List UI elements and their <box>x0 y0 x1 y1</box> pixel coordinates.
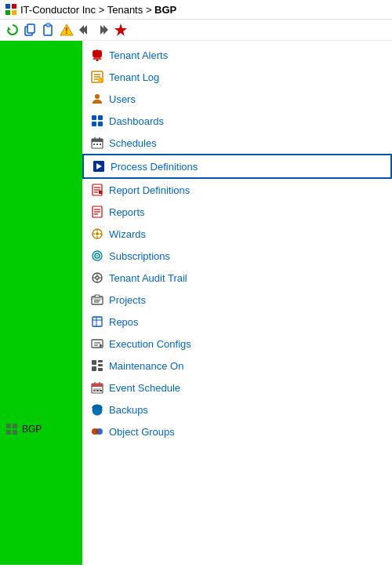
svg-point-63 <box>96 255 98 257</box>
svg-rect-32 <box>98 115 103 120</box>
svg-rect-50 <box>99 191 102 194</box>
nav-item-tenant-audit-trail[interactable]: Tenant Audit Trail <box>82 267 392 289</box>
svg-point-98 <box>96 428 99 435</box>
svg-rect-0 <box>5 4 10 9</box>
svg-point-60 <box>96 232 99 235</box>
nav-item-dashboards[interactable]: Dashboards <box>82 110 392 132</box>
breadcrumb: IT-Conductor Inc > Tenants > BGP <box>20 4 176 16</box>
svg-rect-74 <box>95 295 100 297</box>
refresh-icon[interactable] <box>5 22 20 38</box>
back-icon[interactable] <box>77 22 93 38</box>
nav-label-users: Users <box>109 93 136 105</box>
dashboard-icon <box>90 114 104 128</box>
maintenance-icon <box>90 359 104 373</box>
svg-rect-18 <box>6 430 11 435</box>
nav-label-process-definitions: Process Definitions <box>111 161 198 173</box>
warning-icon[interactable]: ! <box>59 22 74 38</box>
nav-label-execution-configs: Execution Configs <box>109 338 191 350</box>
nav-label-subscriptions: Subscriptions <box>109 250 170 262</box>
svg-rect-94 <box>100 390 102 391</box>
svg-rect-39 <box>93 144 95 145</box>
reports-icon <box>90 205 104 219</box>
nav-item-projects[interactable]: Projects <box>82 289 392 311</box>
nav-item-process-definitions[interactable]: Process Definitions <box>82 154 392 179</box>
nav-item-schedules[interactable]: Schedules <box>82 132 392 154</box>
svg-rect-33 <box>92 122 96 126</box>
copy-icon[interactable] <box>23 22 38 38</box>
repos-icon <box>90 315 104 329</box>
nav-item-reports[interactable]: Reports <box>82 201 392 223</box>
nav-item-tenant-alerts[interactable]: Tenant Alerts <box>82 44 392 66</box>
nav-item-wizards[interactable]: Wizards <box>82 223 392 245</box>
svg-rect-40 <box>96 144 98 145</box>
svg-rect-75 <box>93 317 102 326</box>
nav-item-backups[interactable]: Backups <box>82 399 392 421</box>
svg-text:!: ! <box>65 27 67 35</box>
nav-item-maintenance-on[interactable]: Maintenance On <box>82 355 392 377</box>
main-layout: BGP Tenant Alerts <box>0 41 392 565</box>
nav-label-backups: Backups <box>109 404 148 416</box>
nav-item-users[interactable]: Users <box>82 88 392 110</box>
svg-rect-19 <box>13 430 17 435</box>
toolbar: ! <box>0 20 392 41</box>
nav-label-tenant-alerts: Tenant Alerts <box>109 49 168 61</box>
nav-item-object-groups[interactable]: Object Groups <box>82 421 392 442</box>
process-icon <box>92 159 106 173</box>
nav-label-dashboards: Dashboards <box>109 115 164 127</box>
svg-rect-34 <box>98 122 103 126</box>
nav-item-subscriptions[interactable]: Subscriptions <box>82 245 392 267</box>
svg-rect-2 <box>5 10 10 15</box>
forward-icon[interactable] <box>95 22 111 38</box>
svg-rect-93 <box>96 390 99 391</box>
nav-label-schedules: Schedules <box>109 137 157 149</box>
nav-item-event-schedule[interactable]: Event Schedule <box>82 377 392 399</box>
schedule-icon <box>90 136 104 150</box>
nav-label-tenant-audit-trail: Tenant Audit Trail <box>109 272 187 284</box>
svg-point-65 <box>96 276 99 279</box>
projects-icon <box>90 293 104 307</box>
svg-rect-31 <box>92 115 96 120</box>
paste-icon[interactable] <box>41 22 56 38</box>
report-def-icon <box>90 183 104 197</box>
svg-marker-4 <box>8 27 11 30</box>
svg-rect-85 <box>92 366 96 371</box>
svg-text:!: ! <box>100 78 100 83</box>
nav-label-repos: Repos <box>109 316 139 328</box>
svg-rect-17 <box>13 424 17 428</box>
nav-label-tenant-log: Tenant Log <box>109 71 159 83</box>
sidebar-bgp-label: BGP <box>22 424 42 435</box>
svg-rect-36 <box>92 139 103 142</box>
svg-rect-84 <box>98 364 103 366</box>
exec-icon <box>90 337 104 351</box>
groups-icon <box>90 424 104 439</box>
svg-marker-15 <box>114 24 127 36</box>
nav-label-projects: Projects <box>109 294 146 306</box>
nav-content: Tenant Alerts ! Tenant Log <box>82 41 392 565</box>
svg-rect-86 <box>98 368 103 371</box>
pin-icon[interactable] <box>113 22 129 38</box>
nav-item-tenant-log[interactable]: ! Tenant Log <box>82 66 392 88</box>
nav-label-object-groups: Object Groups <box>109 426 175 438</box>
user-icon <box>90 92 104 106</box>
bgp-grid-icon <box>5 422 19 436</box>
svg-rect-83 <box>98 360 103 362</box>
svg-rect-16 <box>6 424 11 428</box>
svg-rect-41 <box>100 144 101 145</box>
nav-item-report-definitions[interactable]: Report Definitions <box>82 179 392 201</box>
nav-label-maintenance-on: Maintenance On <box>109 360 183 372</box>
wizard-icon <box>90 227 104 241</box>
svg-rect-8 <box>46 24 50 27</box>
breadcrumb-bar: IT-Conductor Inc > Tenants > BGP <box>0 0 392 20</box>
nav-item-repos[interactable]: Repos <box>82 311 392 333</box>
svg-rect-3 <box>12 10 16 15</box>
nav-label-report-definitions: Report Definitions <box>109 184 190 196</box>
nav-label-event-schedule: Event Schedule <box>109 382 180 394</box>
svg-rect-88 <box>92 384 103 387</box>
svg-rect-6 <box>27 24 34 33</box>
nav-item-execution-configs[interactable]: Execution Configs <box>82 333 392 355</box>
backup-icon <box>90 402 104 417</box>
svg-rect-1 <box>12 4 16 9</box>
logo-icon <box>5 3 17 16</box>
sidebar-item-bgp[interactable]: BGP <box>0 419 82 439</box>
nav-label-wizards: Wizards <box>109 228 146 240</box>
